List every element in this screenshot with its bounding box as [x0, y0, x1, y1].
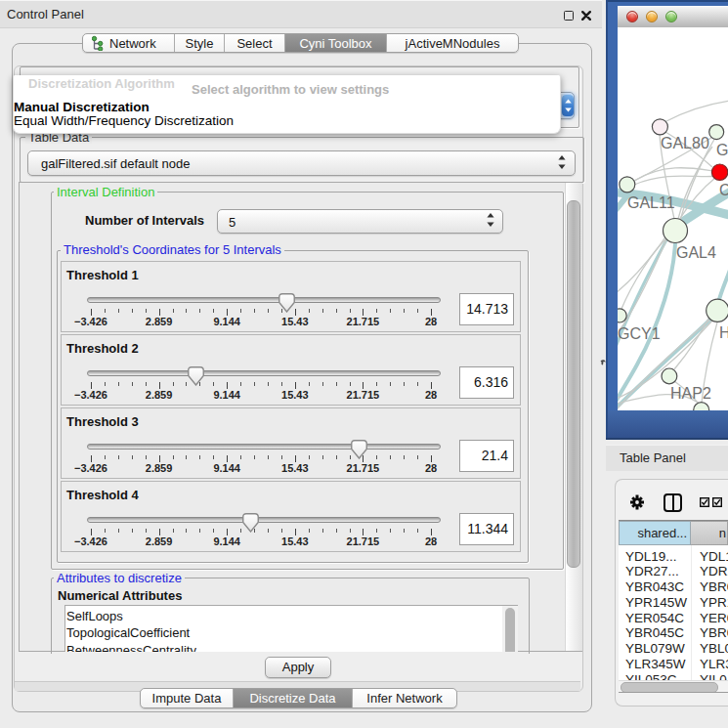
svg-text:H: H: [719, 324, 728, 341]
svg-text:C: C: [719, 182, 728, 198]
svg-text:GAL11: GAL11: [627, 194, 675, 211]
svg-text:GAL4: GAL4: [676, 244, 716, 261]
svg-text:HAP2: HAP2: [670, 385, 711, 402]
svg-text:GCY1: GCY1: [618, 325, 661, 342]
svg-text:GAL80: GAL80: [661, 135, 709, 151]
svg-text:G.: G.: [716, 142, 728, 158]
